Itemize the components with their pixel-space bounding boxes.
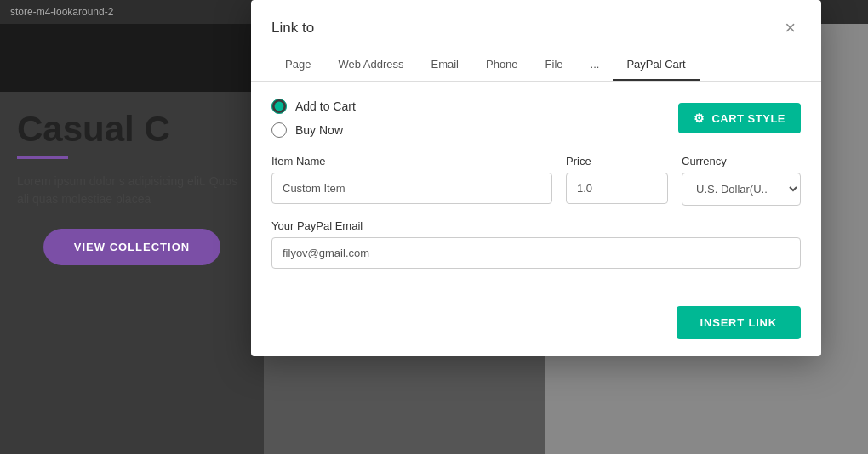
email-label: Your PayPal Email bbox=[271, 219, 801, 232]
tab-more[interactable]: ... bbox=[577, 49, 614, 81]
close-button[interactable]: × bbox=[779, 17, 801, 39]
options-row: Add to Cart Buy Now ⚙ CART STYLE bbox=[271, 99, 801, 138]
lorem-text: Lorem ipsum dolor s adipisicing elit. Qu… bbox=[0, 173, 264, 208]
tab-web-address[interactable]: Web Address bbox=[324, 49, 417, 81]
modal-title: Link to bbox=[271, 20, 314, 37]
currency-label: Currency bbox=[682, 155, 801, 167]
tab-file[interactable]: File bbox=[532, 49, 577, 81]
tab-email[interactable]: Email bbox=[417, 49, 472, 81]
add-to-cart-text: Add to Cart bbox=[295, 99, 356, 113]
email-group: Your PayPal Email bbox=[271, 219, 801, 269]
site-name: store-m4-lookaround-2 bbox=[10, 6, 113, 18]
modal-header: Link to × bbox=[251, 0, 821, 49]
price-group: Price bbox=[566, 155, 668, 206]
link-modal: Link to × Page Web Address Email Phone F… bbox=[251, 0, 821, 356]
tab-paypal-cart[interactable]: PayPal Cart bbox=[613, 49, 699, 81]
underline-decoration bbox=[17, 156, 68, 159]
buy-now-radio[interactable] bbox=[271, 122, 287, 138]
price-label: Price bbox=[566, 155, 668, 167]
currency-select[interactable]: U.S. Dollar(U.. bbox=[682, 173, 801, 206]
item-name-group: Item Name bbox=[271, 155, 552, 206]
left-panel: Casual C Lorem ipsum dolor s adipisicing… bbox=[0, 24, 264, 454]
fields-row: Item Name Price Currency U.S. Dollar(U.. bbox=[271, 155, 801, 206]
currency-group: Currency U.S. Dollar(U.. bbox=[682, 155, 801, 206]
price-input[interactable] bbox=[566, 173, 668, 204]
tab-bar: Page Web Address Email Phone File ... Pa… bbox=[251, 49, 821, 82]
tab-page[interactable]: Page bbox=[271, 49, 324, 81]
cart-style-button[interactable]: ⚙ CART STYLE bbox=[678, 103, 801, 133]
buy-now-text: Buy Now bbox=[295, 123, 343, 137]
insert-link-button[interactable]: INSERT LINK bbox=[677, 306, 801, 339]
tab-phone[interactable]: Phone bbox=[472, 49, 532, 81]
add-to-cart-label[interactable]: Add to Cart bbox=[271, 99, 356, 114]
modal-footer: INSERT LINK bbox=[251, 306, 821, 356]
buy-now-label[interactable]: Buy Now bbox=[271, 122, 356, 138]
email-input[interactable] bbox=[271, 237, 801, 269]
add-to-cart-radio[interactable] bbox=[271, 99, 287, 114]
hero-image bbox=[0, 24, 264, 92]
headline: Casual C bbox=[0, 92, 264, 156]
gear-icon: ⚙ bbox=[694, 111, 705, 125]
view-collection-button[interactable]: VIEW COLLECTION bbox=[43, 229, 220, 265]
item-name-input[interactable] bbox=[271, 173, 552, 204]
item-name-label: Item Name bbox=[271, 155, 552, 167]
cart-style-label: CART STYLE bbox=[711, 112, 785, 125]
radio-group: Add to Cart Buy Now bbox=[271, 99, 356, 138]
modal-body: Add to Cart Buy Now ⚙ CART STYLE Item Na… bbox=[251, 82, 821, 306]
